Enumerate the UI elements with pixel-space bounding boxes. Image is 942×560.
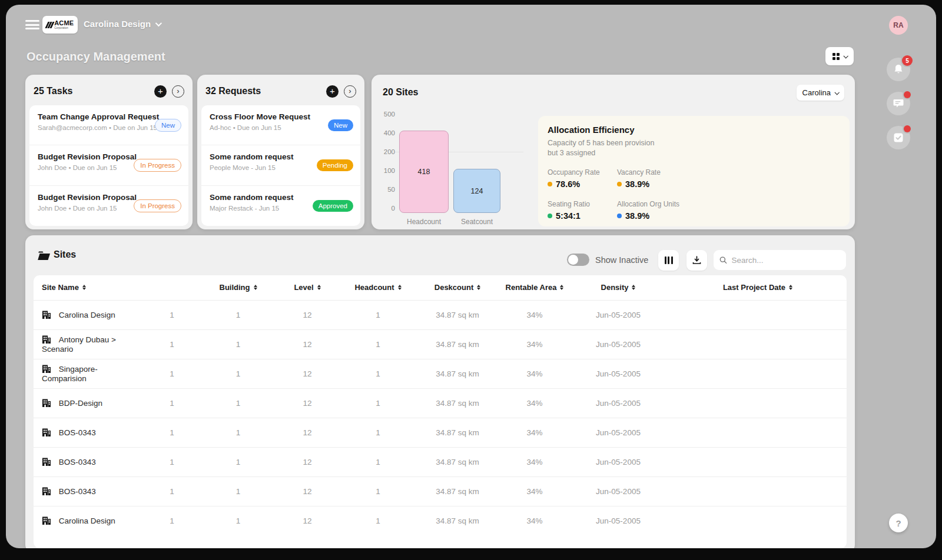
cell-last-project-date [669, 388, 847, 418]
table-row[interactable]: BDP-Design 1 1 12 1 34.87 sq km 34% Jun-… [34, 388, 847, 418]
building-icon [42, 335, 51, 344]
column-site-name[interactable]: Site Name [42, 283, 86, 292]
show-inactive-toggle[interactable] [567, 254, 589, 266]
site-name: Carolina Design [59, 516, 115, 525]
notifications-button[interactable]: 5 [887, 58, 910, 81]
allocation-subtitle-1: Capacity of 5 has been provision [548, 138, 840, 148]
column-deskcount[interactable]: Deskcount [434, 283, 480, 292]
table-row[interactable]: BOS-0343 1 1 12 1 34.87 sq km 34% Jun-05… [34, 476, 847, 506]
cell-extra: 1 [140, 388, 204, 418]
y-tick: 100 [379, 167, 395, 174]
tasks-card: 25 Tasks + › Team Change Approval Reques… [25, 75, 193, 229]
sites-table: Site Name Building Level Headcount Deskc… [34, 275, 847, 548]
unread-dot-badge [904, 91, 911, 98]
columns-icon [665, 256, 673, 264]
search-box [714, 250, 846, 270]
cell-last-project-date [669, 506, 847, 535]
cell-deskcount: 34.87 sq km [413, 300, 502, 329]
view-switcher-button[interactable] [825, 47, 854, 65]
seatcount-bar[interactable]: 124 [453, 169, 500, 213]
stat-vacancy-rate: Vacancy Rate 38.9% [617, 168, 840, 189]
cell-rentable-area: 34% [502, 359, 568, 388]
download-button[interactable] [686, 250, 707, 271]
request-item[interactable]: Some random request Major Restack - Jun … [201, 186, 360, 226]
column-density[interactable]: Density [601, 283, 636, 292]
building-icon [42, 398, 51, 408]
amber-dot-icon [548, 182, 552, 186]
folder-icon [38, 251, 51, 261]
cell-deskcount: 34.87 sq km [413, 506, 502, 535]
table-row[interactable]: Antony Dubau > Scenario 1 1 12 1 34.87 s… [34, 329, 847, 359]
sort-icon [789, 285, 792, 290]
cell-building: 1 [204, 359, 272, 388]
cell-level: 12 [272, 506, 343, 535]
cell-extra: 1 [140, 418, 204, 447]
hamburger-menu-icon[interactable] [25, 20, 39, 29]
task-item[interactable]: Team Change Approval Request Sarah@acmec… [29, 105, 188, 145]
add-task-button[interactable]: + [154, 85, 167, 98]
request-item[interactable]: Cross Floor Move Request Ad-hoc • Due on… [201, 105, 360, 145]
cell-extra: 1 [140, 447, 204, 476]
task-item[interactable]: Budget Revision Proposal John Doe • Due … [29, 145, 188, 185]
column-level[interactable]: Level [294, 283, 320, 292]
open-requests-button[interactable]: › [344, 85, 356, 98]
cell-extra: 1 [140, 359, 204, 388]
task-item[interactable]: Budget Revision Proposal John Doe • Due … [29, 186, 188, 226]
messages-button[interactable] [887, 92, 910, 115]
table-row[interactable]: Carolina Design 1 1 12 1 34.87 sq km 34%… [34, 300, 847, 329]
approvals-button[interactable] [887, 126, 910, 149]
cell-density: Jun-05-2005 [568, 476, 669, 506]
sort-icon [560, 285, 563, 290]
cell-headcount: 1 [343, 476, 413, 506]
site-filter-dropdown[interactable]: Carolina [797, 85, 844, 101]
check-square-icon [893, 132, 904, 144]
cell-deskcount: 34.87 sq km [413, 418, 502, 447]
column-building[interactable]: Building [220, 283, 257, 292]
column-headcount[interactable]: Headcount [354, 283, 401, 292]
table-row[interactable]: BOS-0343 1 1 12 1 34.87 sq km 34% Jun-05… [34, 447, 847, 476]
allocation-efficiency-panel: Allocation Efficiency Capacity of 5 has … [538, 116, 850, 226]
cell-density: Jun-05-2005 [568, 447, 669, 476]
headcount-bar[interactable]: 418 [399, 131, 449, 213]
add-request-button[interactable]: + [326, 85, 339, 98]
sites-section-title: Sites [54, 249, 76, 260]
table-row[interactable]: BOS-0343 1 1 12 1 34.87 sq km 34% Jun-05… [34, 418, 847, 447]
chat-icon [893, 98, 904, 109]
building-icon [42, 486, 51, 496]
cell-rentable-area: 34% [502, 418, 568, 447]
table-row[interactable]: Singapore-Comparision 1 1 12 1 34.87 sq … [34, 359, 847, 388]
cell-building: 1 [204, 476, 272, 506]
requests-card: 32 Requests + › Cross Floor Move Request… [197, 75, 364, 229]
cell-headcount: 1 [343, 359, 413, 388]
y-tick: 0 [379, 205, 395, 212]
sites-panel: Sites Show Inactive [25, 235, 855, 548]
column-last-project-date[interactable]: Last Project Date [723, 283, 792, 292]
search-input[interactable] [732, 256, 840, 265]
stat-seating-ratio: Seating Ratio 5:34:1 [548, 200, 617, 221]
chevron-down-icon [155, 19, 162, 26]
request-item[interactable]: Some random request People Move - Jun 15… [201, 145, 360, 185]
show-inactive-label: Show Inactive [595, 255, 648, 265]
building-icon [42, 364, 51, 374]
sort-icon [254, 285, 257, 290]
open-tasks-button[interactable]: › [172, 85, 184, 98]
cell-extra: 1 [140, 506, 204, 535]
table-row[interactable]: Carolina Design 1 1 12 1 34.87 sq km 34%… [34, 506, 847, 535]
site-name: BDP-Design [59, 399, 102, 408]
column-rentable-area[interactable]: Rentable Area [506, 283, 564, 292]
cell-headcount: 1 [343, 506, 413, 535]
search-icon [719, 256, 727, 264]
help-button[interactable]: ? [889, 514, 908, 532]
status-badge: New [155, 119, 181, 132]
building-icon [42, 516, 51, 525]
cell-rentable-area: 34% [502, 300, 568, 329]
topbar: ACME Corporation Carolina Design RA [6, 5, 936, 42]
avatar[interactable]: RA [889, 16, 908, 35]
workspace-switcher[interactable]: Carolina Design [84, 19, 160, 29]
cell-last-project-date [669, 418, 847, 447]
columns-button[interactable] [658, 250, 679, 271]
sort-icon [398, 285, 402, 290]
bell-icon [893, 64, 904, 75]
cell-density: Jun-05-2005 [568, 300, 669, 329]
cell-rentable-area: 34% [502, 329, 568, 359]
